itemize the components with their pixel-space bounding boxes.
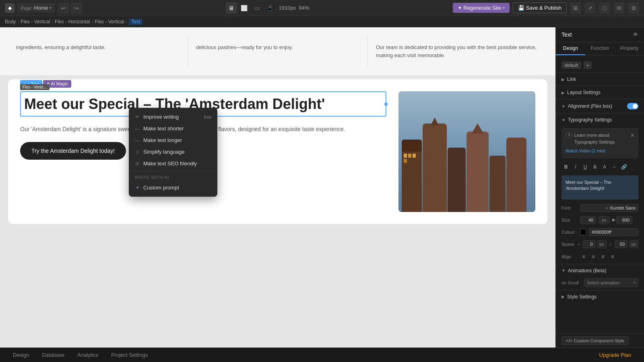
dropdown-simplify[interactable]: ◇ Simplify language [129, 146, 217, 158]
animations-chevron-icon: ▼ [561, 268, 566, 273]
nav-database[interactable]: Database [35, 348, 71, 362]
main-layout: ingredients, ensuring a delightful taste… [0, 27, 644, 348]
space-vertical-input[interactable]: 50 [615, 240, 627, 248]
space-vertical-unit: px [629, 240, 638, 248]
tab-design[interactable]: Design [556, 42, 585, 55]
typography-label: Typography Settings [568, 117, 612, 123]
breadcrumb-body[interactable]: Body [5, 19, 16, 25]
animations-section-row[interactable]: ▼ Animations (Beta) [556, 265, 644, 276]
mail-icon-button[interactable]: ✉ [613, 2, 625, 14]
undo-button[interactable]: ↩ [58, 2, 69, 14]
dropdown-make-shorter[interactable]: — Make text shorter [129, 123, 217, 134]
mobile-device-button[interactable]: 📱 [264, 2, 276, 14]
building-scene [398, 91, 535, 212]
align-buttons: ≡ ≡ ≡ ≡ [579, 252, 617, 261]
dropdown-divider [129, 171, 217, 171]
tab-function[interactable]: Function [585, 42, 615, 55]
strikethrough-button[interactable]: S [590, 162, 599, 171]
add-style-button[interactable]: + [584, 61, 592, 69]
viewport-width: 1910px [279, 5, 296, 11]
card-2-text: delicious pastries—ready for you to enjo… [196, 44, 293, 50]
layout-settings-row[interactable]: ▶ Layout Settings [556, 87, 644, 98]
dropdown-item-label: Simplify language [143, 149, 185, 155]
card-2: delicious pastries—ready for you to enjo… [188, 35, 368, 67]
shorten-icon: — [134, 126, 140, 132]
tag-row: default + [556, 59, 644, 72]
tab-property[interactable]: Property [615, 42, 644, 55]
content-section: Flex - Vertic... + + Text [8, 79, 547, 224]
font-color-button[interactable]: A [600, 162, 609, 171]
settings-icon-button[interactable]: ⚙ [628, 2, 639, 14]
italic-button[interactable]: I [571, 162, 580, 171]
tablet-v-device-button[interactable]: ▭ [252, 2, 263, 14]
dropdown-custom-prompt[interactable]: ✦ Custom prompt [129, 182, 217, 193]
weight-arrow-icon: ▶ [612, 217, 615, 222]
link-section-row[interactable]: ▶ Link [556, 74, 644, 85]
dropdown-make-longer[interactable]: — Make text longer [129, 134, 217, 146]
font-size-input[interactable]: 40 [580, 216, 596, 224]
building-1 [402, 140, 422, 212]
style-settings-row[interactable]: ▶ Style Settings [556, 291, 644, 302]
ai-prompt-icon: ✦ [134, 185, 140, 191]
space-horizontal-icon: ↔ [576, 242, 581, 247]
size-unit: px [599, 216, 610, 224]
watch-video-link[interactable]: Watch Video (2 min) [566, 148, 605, 153]
text-preview-box: Meet our Special – The 'Amsterdam Deligh… [561, 175, 638, 200]
nav-project-settings[interactable]: Project Settings [105, 348, 154, 362]
font-selector[interactable]: ▶ Kumbh Sans [580, 204, 638, 212]
nav-upgrade-plan[interactable]: Upgrade Plan [593, 348, 638, 362]
custom-component-style-button[interactable]: </> Custom Component Style [561, 336, 629, 345]
nav-analytics[interactable]: Analytics [71, 348, 105, 362]
underline-button[interactable]: U [581, 162, 590, 171]
plugin-icon-button[interactable]: ⬡ [599, 2, 610, 14]
dropdown-improve-writing[interactable]: ✏ Improve writing free [129, 111, 217, 123]
breadcrumb-text[interactable]: Text [129, 19, 142, 25]
desktop-device-button[interactable]: 🖥 [226, 2, 237, 14]
space-horizontal-input[interactable]: 0 [583, 240, 596, 248]
size-label: Size [561, 218, 578, 222]
regenerate-button[interactable]: ✦ Regenerate Site ▾ [453, 3, 510, 13]
panel-bottom-bar: </> Custom Component Style [556, 333, 644, 348]
font-size-decrease-button[interactable]: – [610, 162, 619, 171]
redo-button[interactable]: ↪ [71, 2, 82, 14]
nav-design[interactable]: Design [6, 348, 35, 362]
breadcrumb-flex-vertical-1[interactable]: Flex - Vertical [21, 19, 50, 25]
align-center-button[interactable]: ≡ [589, 252, 598, 261]
align-right-button[interactable]: ≡ [599, 252, 607, 261]
layout-icon-button[interactable]: ⊞ [570, 2, 581, 14]
align-label: Align [561, 254, 578, 259]
bold-button[interactable]: B [561, 162, 570, 171]
panel-header: Text 👁 [556, 27, 644, 42]
align-row: Align ≡ ≡ ≡ ≡ [556, 250, 644, 263]
alignment-section-row[interactable]: ▼ Alignment (Flex box) [556, 100, 644, 112]
breadcrumb-flex-horizontal[interactable]: Flex - Horizontal [55, 19, 90, 25]
page-selector[interactable]: Page: Home ▾ [18, 3, 55, 12]
canvas-inner: ingredients, ensuring a delightful taste… [0, 27, 555, 348]
share-icon-button[interactable]: ↗ [584, 2, 596, 14]
font-name: Kumbh Sans [610, 206, 636, 210]
colour-swatch[interactable] [580, 229, 586, 235]
resize-handle[interactable] [384, 103, 388, 106]
typography-section-row[interactable]: ▼ Typography Settings [556, 114, 644, 125]
divider [556, 86, 644, 86]
alignment-toggle[interactable] [627, 103, 638, 109]
colour-hex-input[interactable]: #000000ff [589, 228, 638, 236]
tablet-h-device-button[interactable]: ⬜ [239, 2, 250, 14]
dropdown-seo[interactable]: ◎ Make text SEO friendly [129, 158, 217, 169]
visibility-icon[interactable]: 👁 [633, 31, 638, 38]
card-1: ingredients, ensuring a delightful taste… [8, 35, 188, 67]
align-left-button[interactable]: ≡ [579, 252, 588, 261]
breadcrumb-flex-vertical-2[interactable]: Flex - Vertical [95, 19, 124, 25]
panel-tabs: Design Function Property [556, 42, 644, 56]
close-icon[interactable]: ✕ [630, 132, 634, 139]
link-button[interactable]: 🔗 [619, 162, 628, 171]
write-with-ai-label: WRITE WITH AI [129, 173, 217, 182]
align-justify-button[interactable]: ≡ [608, 252, 617, 261]
font-row: Font ▶ Kumbh Sans [556, 202, 644, 214]
font-weight-input[interactable]: 600 [616, 216, 632, 224]
cta-button[interactable]: Try the Amsterdam Delight today! [20, 142, 126, 160]
page-label: Page: [21, 6, 33, 10]
animation-select[interactable]: Select animation ▾ [584, 278, 638, 287]
save-publish-button[interactable]: 💾 Save & Publish [513, 2, 567, 13]
device-buttons: 🖥 ⬜ ▭ 📱 [226, 2, 276, 14]
